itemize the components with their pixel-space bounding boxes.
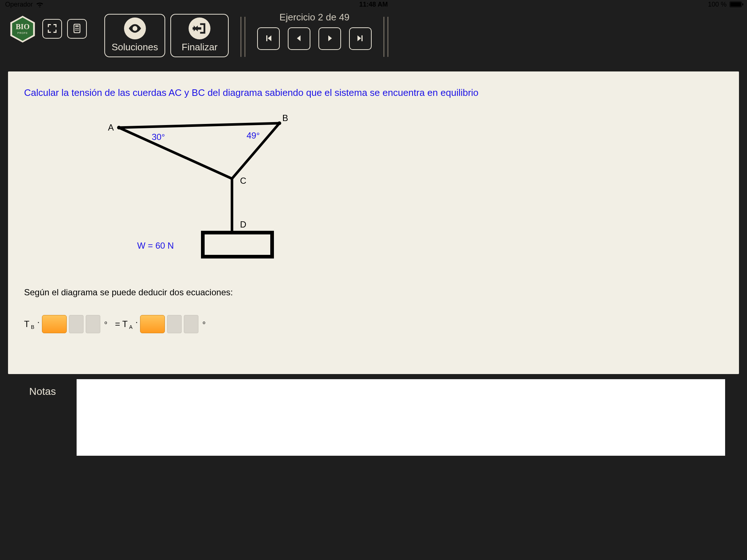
eq-T2: T	[122, 319, 128, 329]
svg-point-11	[78, 30, 79, 31]
svg-line-14	[119, 128, 232, 179]
answer-blank-5[interactable]	[167, 315, 182, 333]
svg-rect-17	[203, 233, 272, 257]
calculator-button[interactable]	[67, 19, 87, 39]
separator	[240, 17, 245, 57]
svg-text:BIO: BIO	[16, 22, 30, 31]
fullscreen-button[interactable]	[42, 19, 62, 39]
finish-button[interactable]: Finalizar	[170, 14, 229, 57]
notes-input[interactable]	[77, 379, 725, 456]
solutions-button[interactable]: Soluciones	[104, 14, 165, 57]
battery-icon	[729, 1, 742, 7]
skip-back-icon	[264, 34, 273, 44]
answer-blank-2[interactable]	[69, 315, 84, 333]
point-d-label: D	[240, 219, 246, 230]
point-c-label: C	[240, 176, 246, 186]
answer-blank-3[interactable]	[86, 315, 100, 333]
angle-a-label: 30°	[152, 132, 165, 142]
eq-T1: T	[24, 319, 30, 329]
eq-sub-a: A	[129, 324, 132, 330]
battery-pct: 100 %	[708, 1, 727, 8]
eq-deg2: º	[203, 320, 205, 328]
notes-label: Notas	[22, 379, 77, 397]
clock: 11:48 AM	[359, 1, 388, 8]
eq-dot2: ·	[135, 317, 138, 327]
exit-icon	[189, 18, 210, 39]
eq-equals: =	[115, 319, 120, 329]
exercise-counter: Ejercicio 2 de 49	[279, 12, 349, 23]
eq-sub-b: B	[31, 324, 34, 330]
status-bar: Operador 11:48 AM 100 %	[0, 0, 747, 9]
svg-point-12	[133, 27, 136, 30]
deduction-text: Según el diagrama se puede deducir dos e…	[24, 287, 723, 298]
carrier-label: Operador	[5, 1, 33, 8]
svg-text:PROFE: PROFE	[18, 31, 28, 35]
point-a-label: A	[108, 122, 114, 133]
answer-blank-4[interactable]	[140, 315, 165, 333]
exercise-card: Calcular la tensión de las cuerdas AC y …	[8, 71, 739, 374]
svg-point-18	[117, 126, 121, 129]
notes-section: Notas	[22, 379, 725, 456]
app-logo: BIO PROFE	[8, 15, 37, 44]
answer-blank-6[interactable]	[184, 315, 198, 333]
answer-blank-1[interactable]	[42, 315, 67, 333]
svg-line-13	[119, 123, 279, 128]
calculator-icon	[72, 23, 82, 35]
svg-point-6	[75, 28, 76, 29]
skip-forward-icon	[356, 34, 365, 44]
eye-icon	[124, 18, 146, 39]
first-button[interactable]	[257, 27, 280, 50]
next-button[interactable]	[318, 27, 341, 50]
svg-point-7	[77, 28, 78, 29]
point-b-label: B	[282, 113, 288, 123]
expand-icon	[47, 23, 57, 35]
eq-deg1: º	[105, 320, 107, 328]
svg-point-8	[78, 28, 79, 29]
tension-diagram: A B C D 30° 49° W = 60 N	[97, 109, 374, 284]
last-button[interactable]	[349, 27, 372, 50]
weight-label: W = 60 N	[137, 241, 174, 251]
wifi-icon	[36, 1, 44, 7]
separator	[383, 17, 388, 57]
chevron-left-icon	[295, 34, 303, 44]
toolbar: BIO PROFE Soluciones	[0, 9, 747, 60]
svg-point-9	[75, 30, 76, 31]
equation-row: T B · º = T A · º	[24, 315, 723, 333]
chevron-right-icon	[325, 34, 334, 44]
prev-button[interactable]	[288, 27, 310, 50]
eq-dot1: ·	[37, 317, 40, 327]
svg-rect-5	[75, 25, 78, 27]
problem-prompt: Calcular la tensión de las cuerdas AC y …	[24, 87, 723, 99]
svg-point-10	[77, 30, 78, 31]
angle-b-label: 49°	[247, 131, 260, 141]
finish-label: Finalizar	[182, 42, 217, 53]
svg-point-19	[278, 121, 281, 125]
solutions-label: Soluciones	[112, 42, 158, 53]
